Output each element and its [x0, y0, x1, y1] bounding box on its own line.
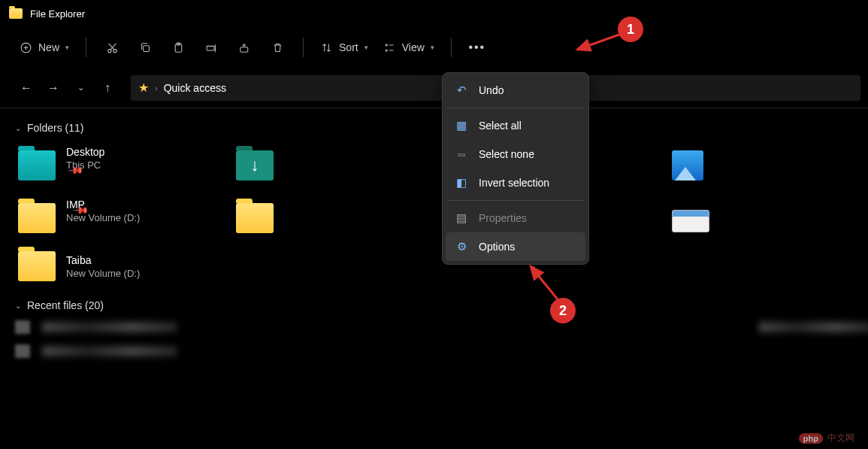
folder-item-hidden[interactable]	[233, 196, 443, 241]
chevron-down-icon: ⌄	[15, 302, 21, 310]
svg-rect-7	[240, 47, 247, 51]
recent-locations-button[interactable]: ⌄	[68, 75, 93, 101]
separator	[86, 38, 86, 57]
back-button[interactable]: ←	[14, 75, 39, 101]
chevron-down-icon: ▾	[65, 44, 69, 51]
chevron-down-icon: ▾	[364, 44, 368, 51]
svg-line-13	[531, 266, 558, 299]
annotation-2: 2	[550, 298, 576, 323]
recent-files-section-header[interactable]: ⌄ Recent files (20)	[15, 299, 868, 311]
folders-header-label: Folders (11)	[27, 122, 83, 134]
properties-icon: ▤	[455, 211, 468, 225]
watermark-text: 中文网	[827, 432, 854, 444]
folder-icon	[18, 251, 56, 281]
toolbar: New ▾ Sort ▾ View ▾ •••	[0, 27, 868, 68]
chevron-right-icon: ›	[155, 83, 158, 93]
window-title: File Explorer	[30, 8, 85, 20]
ctx-undo[interactable]: ↶Undo	[446, 76, 585, 105]
options-icon: ⚙	[455, 240, 468, 253]
pictures-folder-icon	[672, 150, 703, 181]
annotation-1: 1	[618, 17, 643, 42]
separator	[447, 200, 584, 201]
file-icon	[15, 320, 30, 334]
ctx-options[interactable]: ⚙Options	[446, 232, 585, 261]
folder-item-desktop[interactable]: DesktopThis PC📌	[15, 143, 225, 188]
folder-icon	[18, 203, 56, 233]
star-icon: ★	[138, 80, 149, 95]
delete-button[interactable]	[262, 33, 292, 62]
copy-button[interactable]	[130, 33, 160, 62]
download-folder-icon	[236, 150, 274, 181]
undo-icon: ↶	[455, 83, 468, 97]
separator	[447, 108, 584, 108]
rename-button[interactable]	[196, 33, 226, 62]
folder-item-pictures[interactable]	[669, 143, 868, 188]
folder-item-imp[interactable]: IMPNew Volume (D:)📌	[15, 196, 225, 241]
svg-point-1	[107, 49, 110, 52]
chevron-down-icon: ▾	[431, 44, 434, 51]
sort-button[interactable]: Sort ▾	[314, 33, 374, 62]
breadcrumb[interactable]: Quick access	[164, 82, 226, 94]
recent-file-row[interactable]	[15, 320, 868, 334]
select-none-icon: ▫▫	[455, 148, 468, 161]
svg-rect-6	[207, 46, 214, 50]
up-button[interactable]: ↑	[95, 75, 120, 101]
separator	[451, 38, 452, 57]
share-button[interactable]	[229, 33, 259, 62]
ctx-properties: ▤Properties	[446, 204, 585, 232]
recent-file-row[interactable]	[15, 344, 868, 358]
folder-icon	[236, 203, 274, 233]
annotation-arrow-2	[526, 262, 564, 303]
more-button[interactable]: •••	[462, 33, 492, 62]
svg-point-8	[386, 44, 387, 45]
watermark-badge: php	[799, 433, 823, 444]
annotation-arrow-1	[573, 33, 625, 56]
folder-icon	[18, 150, 56, 181]
navbar: ← → ⌄ ↑ ★ › Quick access	[0, 68, 868, 108]
select-all-icon: ▦	[455, 119, 468, 132]
chevron-down-icon: ⌄	[15, 124, 21, 132]
view-label: View	[402, 41, 425, 53]
svg-point-9	[386, 49, 387, 50]
view-button[interactable]: View ▾	[377, 33, 440, 62]
drive-icon	[672, 210, 709, 232]
paste-button[interactable]	[163, 33, 193, 62]
ctx-select-all[interactable]: ▦Select all	[446, 111, 585, 140]
invert-icon: ◧	[455, 176, 468, 190]
app-icon	[9, 8, 23, 19]
folder-item-drive[interactable]	[669, 196, 868, 241]
file-meta-blurred	[759, 322, 868, 332]
svg-line-11	[577, 35, 619, 50]
file-icon	[15, 344, 30, 358]
ctx-select-none[interactable]: ▫▫Select none	[446, 140, 585, 168]
file-name-blurred	[42, 322, 177, 332]
recent-header-label: Recent files (20)	[27, 299, 104, 311]
new-button[interactable]: New ▾	[14, 33, 75, 62]
file-name-blurred	[42, 346, 177, 356]
separator	[303, 38, 304, 57]
ctx-invert-selection[interactable]: ◧Invert selection	[446, 168, 585, 197]
watermark: php 中文网	[799, 432, 854, 444]
svg-point-2	[113, 49, 116, 52]
new-label: New	[38, 41, 59, 53]
context-menu: ↶Undo ▦Select all ▫▫Select none ◧Invert …	[442, 72, 589, 265]
forward-button[interactable]: →	[41, 75, 66, 101]
content-pane: ⌄ Folders (11) DesktopThis PC📌 Documents…	[0, 108, 868, 449]
titlebar: File Explorer	[0, 0, 868, 27]
svg-rect-3	[143, 45, 149, 51]
sort-label: Sort	[339, 41, 358, 53]
folder-item-downloads[interactable]	[233, 143, 443, 188]
cut-button[interactable]	[97, 33, 127, 62]
